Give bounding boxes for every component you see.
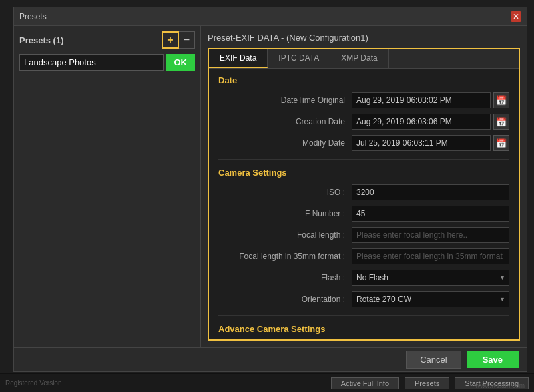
creation-date-wrap: 📅 [352, 114, 509, 130]
modal-body: Presets (1) + − OK Preset-EXIF DATA - (N… [14, 26, 527, 347]
active-full-info-button[interactable]: Active Full Info [331, 377, 399, 389]
modify-date-row: Modify Date 📅 [218, 135, 509, 151]
tab-xmp-data[interactable]: XMP Data [330, 49, 388, 68]
flash-select[interactable]: No Flash Flash Auto Flash [352, 270, 509, 286]
datetime-original-row: DateTime Original 📅 [218, 92, 509, 108]
flash-wrap: No Flash Flash Auto Flash [352, 270, 509, 286]
iso-label: ISO : [218, 188, 352, 197]
preset-ok-button[interactable]: OK [166, 54, 196, 71]
modal-close-button[interactable]: ✕ [511, 11, 521, 22]
tab-exif-data[interactable]: EXIF Data [209, 49, 268, 68]
iso-row: ISO : [218, 184, 509, 200]
presets-button[interactable]: Presets [405, 377, 449, 389]
modify-date-input[interactable] [352, 135, 491, 151]
orientation-row: Orientation : Normal Rotate 90 CW Rotate… [218, 291, 509, 307]
watermark: www.wsxdn.com [475, 382, 525, 389]
fnumber-row: F Number : [218, 206, 509, 222]
focal-length-35-input[interactable] [352, 248, 509, 264]
datetime-original-calendar[interactable]: 📅 [493, 92, 509, 108]
app-bottombar: Registered Version Active Full Info Pres… [0, 373, 534, 392]
fnumber-wrap [352, 206, 509, 222]
fnumber-input[interactable] [352, 206, 509, 222]
tabs-bar: EXIF Data IPTC DATA XMP Data [209, 49, 519, 69]
exif-content: Date DateTime Original 📅 Creation Date [209, 69, 519, 339]
orientation-select-wrap: Normal Rotate 90 CW Rotate 180 Rotate 27… [352, 291, 509, 307]
focal-length-label: Focal length : [218, 230, 352, 240]
tab-iptc-data[interactable]: IPTC DATA [268, 49, 330, 68]
modify-date-wrap: 📅 [352, 135, 509, 151]
focal-length-wrap [352, 227, 509, 243]
focal-length-35-wrap [352, 248, 509, 264]
orientation-wrap: Normal Rotate 90 CW Rotate 180 Rotate 27… [352, 291, 509, 307]
creation-date-row: Creation Date 📅 [218, 114, 509, 130]
iso-input[interactable] [352, 184, 509, 200]
preset-input-row: OK [19, 54, 195, 71]
preset-buttons: + − [162, 31, 195, 49]
modal-dialog: Presets ✕ Presets (1) + − OK [13, 7, 527, 372]
presets-title: Presets (1) [19, 35, 63, 45]
save-button[interactable]: Save [467, 351, 519, 368]
iso-wrap [352, 184, 509, 200]
flash-label: Flash : [218, 273, 352, 282]
focal-length-input[interactable] [352, 227, 509, 243]
advance-section-title: Advance Camera Settings [218, 324, 509, 334]
preset-name-input[interactable] [19, 54, 164, 71]
orientation-label: Orientation : [218, 295, 352, 304]
orientation-select[interactable]: Normal Rotate 90 CW Rotate 180 Rotate 27… [352, 291, 509, 307]
presets-panel: Presets (1) + − OK [14, 26, 201, 347]
modal-header-title: Presets [19, 12, 47, 21]
section-divider-2 [218, 315, 509, 316]
datetime-original-label: DateTime Original [218, 95, 352, 105]
modal-header: Presets ✕ [14, 7, 527, 26]
focal-length-35-row: Focal length in 35mm format : [218, 248, 509, 264]
right-panel: Preset-EXIF DATA - (New Configuration1) … [201, 26, 527, 347]
exif-container: EXIF Data IPTC DATA XMP Data Date DateTi… [208, 48, 520, 341]
preset-add-button[interactable]: + [162, 31, 179, 49]
focal-length-row: Focal length : [218, 227, 509, 243]
modal-footer: Cancel Save [14, 347, 527, 371]
fnumber-label: F Number : [218, 209, 352, 218]
creation-date-calendar[interactable]: 📅 [493, 114, 509, 130]
main-area: Presets ✕ Presets (1) + − OK [0, 21, 534, 392]
modify-date-calendar[interactable]: 📅 [493, 135, 509, 151]
presets-header: Presets (1) + − [19, 31, 195, 49]
cancel-button[interactable]: Cancel [406, 351, 461, 369]
creation-date-label: Creation Date [218, 117, 352, 126]
creation-date-input[interactable] [352, 114, 491, 130]
modify-date-label: Modify Date [218, 138, 352, 148]
registered-label: Registered Version [5, 379, 326, 387]
focal-length-35-label: Focal length in 35mm format : [218, 252, 352, 261]
section-divider-1 [218, 159, 509, 160]
datetime-original-wrap: 📅 [352, 92, 509, 108]
right-panel-title: Preset-EXIF DATA - (New Configuration1) [208, 33, 520, 43]
preset-remove-button[interactable]: − [179, 31, 195, 49]
flash-select-wrap: No Flash Flash Auto Flash [352, 270, 509, 286]
date-section-title: Date [218, 75, 509, 85]
datetime-original-input[interactable] [352, 92, 491, 108]
camera-section-title: Camera Settings [218, 168, 509, 178]
flash-row: Flash : No Flash Flash Auto Flash [218, 270, 509, 286]
